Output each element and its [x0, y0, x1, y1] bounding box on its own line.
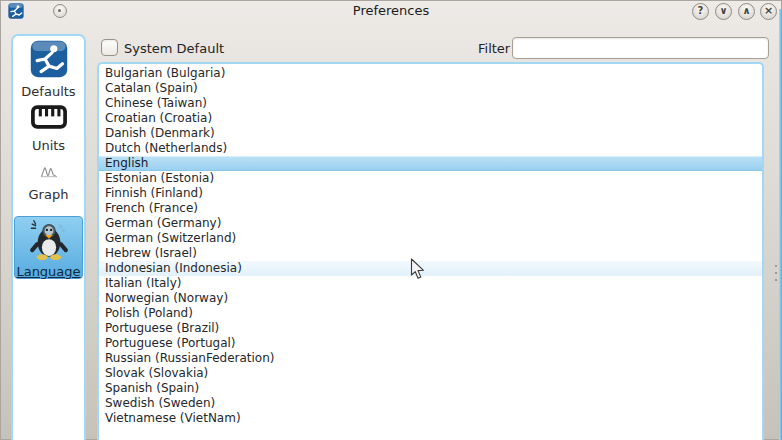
window-title: Preferences	[0, 3, 782, 18]
language-list-item[interactable]: Chinese (Taiwan)	[99, 96, 762, 111]
close-button[interactable]: ×	[760, 3, 777, 20]
window-resize-handle[interactable]	[775, 265, 777, 267]
sidebar-item-defaults[interactable]: Defaults	[14, 40, 83, 99]
profile-graph-icon	[40, 164, 58, 183]
system-default-checkbox[interactable]	[101, 39, 118, 56]
system-default-label: System Default	[124, 41, 224, 56]
language-list-item[interactable]: Polish (Poland)	[99, 306, 762, 321]
language-list-item[interactable]: Portuguese (Portugal)	[99, 336, 762, 351]
window-resize-handle[interactable]	[775, 279, 777, 281]
sidebar-item-label: Defaults	[14, 84, 83, 99]
mouse-cursor	[410, 258, 425, 284]
language-list-item[interactable]: Portuguese (Brazil)	[99, 321, 762, 336]
language-list-item[interactable]: Finnish (Finland)	[99, 186, 762, 201]
language-list-item[interactable]: Italian (Italy)	[99, 276, 762, 291]
filter-input[interactable]	[512, 37, 769, 59]
sidebar-item-label: Graph	[14, 187, 83, 202]
language-list-item[interactable]: Slovak (Slovakia)	[99, 366, 762, 381]
language-list-item[interactable]: German (Germany)	[99, 216, 762, 231]
language-list-item[interactable]: English	[99, 156, 762, 171]
preferences-window: { "window": { "title": "Preferences", "a…	[0, 0, 782, 440]
minimize-button[interactable]: ∨	[715, 3, 732, 20]
sidebar-item-language[interactable]: Language	[14, 216, 83, 279]
window-resize-handle[interactable]	[775, 272, 777, 274]
language-list-item[interactable]: Dutch (Netherlands)	[99, 141, 762, 156]
sidebar-item-label: Language	[15, 264, 82, 279]
language-list-item[interactable]: Bulgarian (Bulgaria)	[99, 66, 762, 81]
language-list-item[interactable]: Indonesian (Indonesia)	[99, 261, 762, 276]
ruler-icon	[30, 104, 68, 134]
language-list-item[interactable]: German (Switzerland)	[99, 231, 762, 246]
help-button[interactable]: ?	[692, 3, 709, 20]
preferences-sidebar: Defaults Units Graph	[11, 34, 86, 440]
language-list-item[interactable]: Danish (Denmark)	[99, 126, 762, 141]
language-list-item[interactable]: Swedish (Sweden)	[99, 396, 762, 411]
language-list-item[interactable]: Russian (RussianFederation)	[99, 351, 762, 366]
language-list-item[interactable]: Catalan (Spain)	[99, 81, 762, 96]
sidebar-item-graph[interactable]: Graph	[14, 164, 83, 202]
sidebar-item-units[interactable]: Units	[14, 104, 83, 153]
language-list-item[interactable]: Hebrew (Israel)	[99, 246, 762, 261]
language-list[interactable]: Bulgarian (Bulgaria)Catalan (Spain)Chine…	[97, 62, 764, 440]
filter-label: Filter	[478, 41, 510, 56]
sidebar-item-label: Units	[14, 138, 83, 153]
language-list-item[interactable]: Norwegian (Norway)	[99, 291, 762, 306]
tux-penguin-icon	[27, 219, 71, 265]
maximize-button[interactable]: ∧	[738, 3, 755, 20]
language-list-item[interactable]: Spanish (Spain)	[99, 381, 762, 396]
diver-icon	[29, 40, 69, 82]
language-list-item[interactable]: Croatian (Croatia)	[99, 111, 762, 126]
titlebar[interactable]: Preferences ? ∨ ∧ ×	[0, 0, 782, 22]
language-list-item[interactable]: French (France)	[99, 201, 762, 216]
language-list-item[interactable]: Estonian (Estonia)	[99, 171, 762, 186]
language-list-item[interactable]: Vietnamese (VietNam)	[99, 411, 762, 426]
